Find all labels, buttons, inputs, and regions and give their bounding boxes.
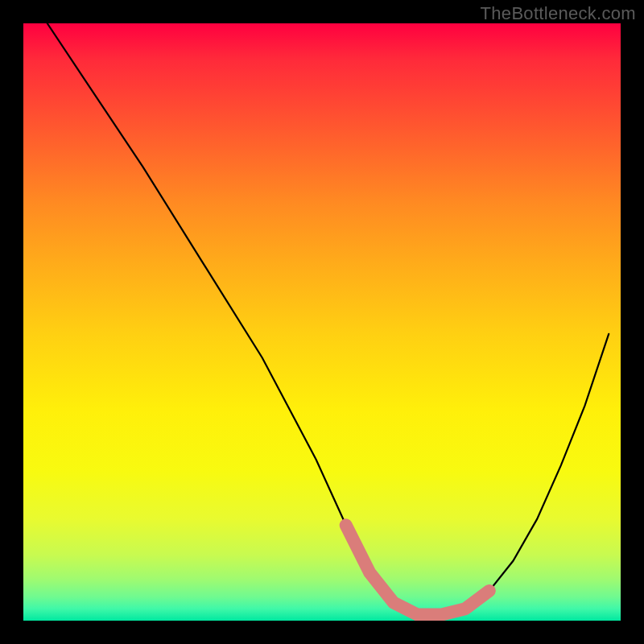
watermark-text: TheBottleneck.com [481, 3, 636, 24]
optimal-range-highlight [346, 525, 489, 614]
bottleneck-curve [47, 23, 609, 615]
plot-area [23, 23, 621, 621]
chart-svg [23, 23, 621, 621]
chart-frame: TheBottleneck.com [0, 0, 644, 644]
